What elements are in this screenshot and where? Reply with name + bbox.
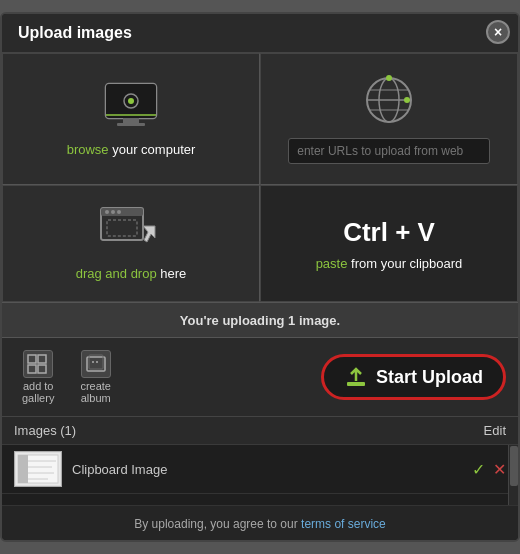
table-row: Clipboard Image ✓ ✕ xyxy=(2,445,518,494)
paste-label: paste from your clipboard xyxy=(316,256,463,271)
scrollbar-thumb[interactable] xyxy=(510,446,518,486)
svg-point-12 xyxy=(386,75,392,81)
edit-label[interactable]: Edit xyxy=(484,423,506,438)
image-name: Clipboard Image xyxy=(72,462,462,477)
svg-rect-2 xyxy=(123,118,139,123)
svg-rect-21 xyxy=(28,355,36,363)
svg-rect-19 xyxy=(107,220,137,236)
svg-point-13 xyxy=(404,97,410,103)
svg-point-18 xyxy=(117,210,121,214)
svg-point-16 xyxy=(105,210,109,214)
svg-point-17 xyxy=(111,210,115,214)
svg-marker-20 xyxy=(143,226,155,242)
svg-point-5 xyxy=(128,98,134,104)
album-label: create album xyxy=(80,380,111,404)
svg-rect-23 xyxy=(28,365,36,373)
monitor-icon xyxy=(101,82,161,134)
images-count-label: Images (1) xyxy=(14,423,76,438)
gallery-icon xyxy=(23,350,53,378)
upload-options-grid: browse your computer xyxy=(2,53,518,302)
images-list-header: Images (1) Edit xyxy=(2,417,518,445)
svg-rect-24 xyxy=(38,365,46,373)
modal-title: Upload images xyxy=(18,24,502,42)
images-list: Clipboard Image ✓ ✕ xyxy=(2,445,518,505)
close-button[interactable]: × xyxy=(486,20,510,44)
footer-text: By uploading, you agree to our terms of … xyxy=(134,517,385,531)
svg-rect-28 xyxy=(347,382,365,386)
browse-label: browse your computer xyxy=(67,142,196,157)
delete-icon[interactable]: ✕ xyxy=(493,460,506,479)
start-upload-button[interactable]: Start Upload xyxy=(321,354,506,400)
image-actions: ✓ ✕ xyxy=(472,460,506,479)
upload-arrow-icon xyxy=(344,365,368,389)
browse-computer-option[interactable]: browse your computer xyxy=(2,53,260,185)
paste-option[interactable]: Ctrl + V paste from your clipboard xyxy=(260,185,518,302)
create-album-button[interactable]: create album xyxy=(72,346,119,408)
images-container: Clipboard Image ✓ ✕ xyxy=(2,445,518,505)
url-input[interactable] xyxy=(288,138,490,164)
image-thumbnail xyxy=(14,451,62,487)
modal-header: Upload images xyxy=(2,14,518,53)
drag-icon xyxy=(99,206,163,258)
drag-label: drag and drop here xyxy=(76,266,187,281)
gallery-label: add to gallery xyxy=(22,380,54,404)
upload-status-text: You're uploading 1 image. xyxy=(180,313,340,328)
action-bar: add to gallery create album Start Upload xyxy=(2,338,518,417)
footer-bar: By uploading, you agree to our terms of … xyxy=(2,505,518,540)
upload-status-bar: You're uploading 1 image. xyxy=(2,302,518,338)
upload-modal: Upload images × browse your comp xyxy=(0,12,520,542)
svg-rect-22 xyxy=(38,355,46,363)
add-to-gallery-button[interactable]: add to gallery xyxy=(14,346,62,408)
ctrl-v-label: Ctrl + V xyxy=(343,217,435,248)
drag-drop-option[interactable]: drag and drop here xyxy=(2,185,260,302)
start-upload-label: Start Upload xyxy=(376,367,483,388)
web-icon xyxy=(363,74,415,130)
terms-link[interactable]: terms of service xyxy=(301,517,386,531)
scrollbar-track[interactable] xyxy=(508,445,518,505)
web-url-option[interactable] xyxy=(260,53,518,185)
album-icon xyxy=(81,350,111,378)
svg-rect-35 xyxy=(18,455,28,483)
check-icon: ✓ xyxy=(472,460,485,479)
svg-rect-3 xyxy=(117,123,145,126)
